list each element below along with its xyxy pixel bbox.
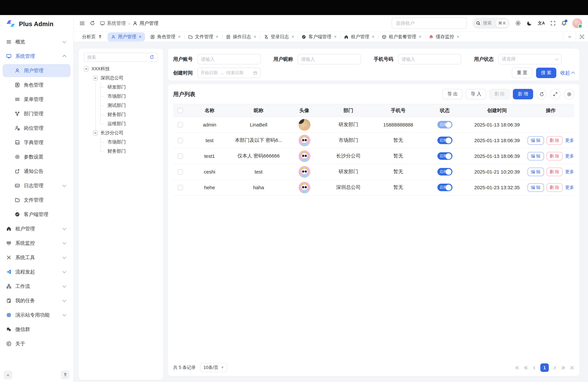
tree-search-input[interactable] [84,53,146,62]
tabs-dropdown-chevron-icon[interactable] [563,32,576,42]
tab-login-log[interactable]: 登录日志 × [260,32,298,42]
tree-node-dept[interactable]: 运维部门 [84,119,158,128]
next-page-icon[interactable] [552,365,557,370]
sidebar-item-my-tasks[interactable]: 我的任务 [3,294,71,307]
refresh-page-icon[interactable] [90,21,95,26]
tree-collapse-icon[interactable] [93,76,98,80]
close-icon[interactable]: × [139,35,142,39]
column-header-avatar[interactable]: 头像 [286,107,323,114]
tenant-select[interactable] [392,18,467,29]
previous-page-icon[interactable] [532,365,537,370]
tab-tenant-package-management[interactable]: 租户套餐管理 × [378,32,425,42]
refresh-table-icon[interactable] [536,89,547,99]
sidebar-item-wechat-group[interactable]: 微信群 [3,323,71,336]
column-header-status[interactable]: 状态 [423,107,467,114]
account-input[interactable] [197,54,261,64]
row-checkbox[interactable] [178,185,183,190]
status-toggle[interactable]: 启用 [437,137,452,144]
breadcrumb-current[interactable]: 用户管理 [133,20,158,26]
tree-node-dept[interactable]: 财务部门 [84,110,158,119]
column-header-actions[interactable]: 操作 [527,107,574,114]
hamburger-menu-icon[interactable] [79,21,85,26]
more-button[interactable]: 更多 [565,169,574,175]
more-button[interactable]: 更多 [565,185,574,190]
close-icon[interactable]: × [457,35,459,39]
forward-5-pages-icon[interactable] [561,365,566,370]
tree-node-company[interactable]: 深圳总公司 [84,74,158,83]
date-range-picker[interactable]: 开始日期 → 结束日期 [197,68,261,78]
status-toggle[interactable]: 启用 [437,152,452,160]
collapse-sidebar-button[interactable]: « [4,370,12,379]
delete-button[interactable]: 删 除 [489,89,510,99]
tab-client-management[interactable]: 客户端管理 × [298,32,340,42]
back-5-pages-icon[interactable] [523,365,528,370]
avatar[interactable] [572,18,582,28]
tree-node-dept[interactable]: 市场部门 [84,138,158,147]
reset-button[interactable]: 重 置 [512,68,532,78]
edit-button[interactable]: 编 辑 [527,152,544,160]
tab-analysis[interactable]: 分析页 [78,32,106,42]
edit-button[interactable]: 编 辑 [527,183,544,192]
nickname-input[interactable] [298,54,361,64]
last-page-icon[interactable] [569,365,574,370]
column-header-dept[interactable]: 部门 [323,107,374,114]
sidebar-item-system-tools[interactable]: 系统工具 [3,251,71,264]
tree-node-dept[interactable]: 测试部门 [84,101,158,110]
more-button[interactable]: 更多 [565,137,574,143]
export-button[interactable]: 导 出 [442,89,463,99]
delete-row-button[interactable]: 删 除 [546,183,563,192]
sidebar-item-notice-announcement[interactable]: 通知公告 [3,165,71,178]
column-header-nickname[interactable]: 昵称 [231,107,286,114]
row-checkbox[interactable] [178,153,183,159]
row-checkbox[interactable] [178,138,183,143]
sidebar-item-system-monitor[interactable]: 系统监控 [3,236,71,250]
row-checkbox[interactable] [178,122,183,127]
pin-icon[interactable] [98,35,102,39]
sidebar-item-tenant-management[interactable]: 租户管理 [3,222,71,235]
sidebar-item-menu-management[interactable]: 菜单管理 [3,93,71,106]
close-icon[interactable]: × [419,35,421,39]
tab-operation-log[interactable]: 操作日志 × [222,32,260,42]
pin-sidebar-button[interactable] [61,370,70,379]
tree-refresh-icon[interactable] [146,53,157,62]
column-header-phone[interactable]: 手机号 [374,107,423,114]
sidebar-item-system-management[interactable]: 系统管理 [3,50,71,63]
sidebar-item-about[interactable]: 关于 [3,337,71,350]
content-fullscreen-icon[interactable] [576,32,588,42]
tab-role-management[interactable]: 角色管理 × [147,32,184,42]
delete-row-button[interactable]: 删 除 [546,136,563,145]
current-page[interactable]: 1 [540,363,549,372]
tree-node-dept[interactable]: 财务部门 [84,147,158,156]
close-icon[interactable]: × [292,35,294,39]
add-button[interactable]: 新 增 [513,89,533,99]
breadcrumb-section[interactable]: 系统管理 [100,20,126,26]
first-page-icon[interactable] [515,365,520,370]
search-button[interactable]: 搜 索 [536,68,556,78]
column-header-created[interactable]: 创建时间 [467,107,527,114]
tab-user-management[interactable]: 用户管理 × [107,32,145,41]
notification-bell-icon[interactable] [561,21,567,26]
delete-row-button[interactable]: 删 除 [546,152,563,160]
dark-mode-moon-icon[interactable] [527,21,532,26]
expand-table-icon[interactable] [550,89,561,99]
delete-row-button[interactable]: 删 除 [546,168,563,176]
sidebar-item-dictionary-management[interactable]: 字典管理 [3,136,71,149]
sidebar-item-process-initiation[interactable]: 流程发起 [3,265,71,278]
page-size-select[interactable]: 10条/页 [200,363,227,372]
tree-node-dept[interactable]: 市场部门 [84,92,158,101]
column-settings-gear-icon[interactable] [564,89,574,99]
settings-gear-icon[interactable] [515,20,521,26]
sidebar-item-overview[interactable]: 概览 [3,35,71,48]
tab-cache-monitor[interactable]: 缓存监控 × [425,32,463,42]
sidebar-item-parameter-settings[interactable]: 参数设置 [3,150,71,163]
edit-button[interactable]: 编 辑 [527,168,544,176]
status-toggle[interactable]: 启用 [437,121,452,128]
close-icon[interactable]: × [178,35,181,39]
close-icon[interactable]: × [334,35,337,39]
sidebar-item-client-management[interactable]: 客户端管理 [3,208,71,221]
status-select[interactable]: 请选择 [498,54,562,64]
status-toggle[interactable]: 启用 [437,184,452,191]
row-checkbox[interactable] [178,169,183,174]
import-button[interactable]: 导 入 [466,89,486,99]
tab-file-management[interactable]: 文件管理 × [185,32,222,42]
